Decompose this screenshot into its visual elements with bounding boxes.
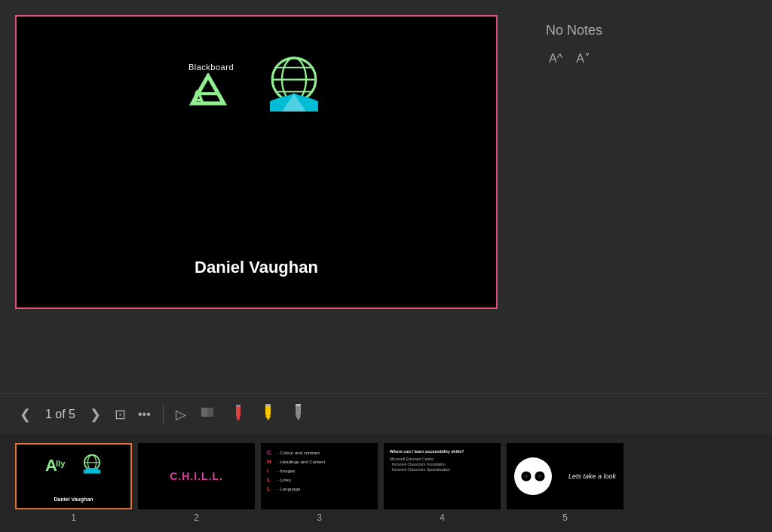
svg-rect-15 [265,404,271,406]
highlighter-icon [259,403,277,421]
thumb5-text: Lets take a look [568,472,616,480]
thumb3-text-c: - Colour and contrast [277,451,320,455]
thumb-number-4: 4 [440,512,445,523]
thumbnail-strip: A lly Daniel Vaughan 1 C.H.I. [0,434,772,532]
next-slide-button[interactable]: ❯ [85,403,106,426]
prev-slide-button[interactable]: ❮ [15,403,35,426]
thumb3-item-l2: L - Language [267,485,372,492]
thumb1-globe-icon [81,454,103,475]
thumb3-text-i: - Images [277,469,295,473]
thumb2-title: C.H.I.L.L. [170,470,223,482]
pen-tool-button[interactable] [225,400,250,428]
thumb-wrapper-1: A lly Daniel Vaughan 1 [15,443,132,523]
thumb3-text-l1: - Links [277,478,291,482]
toolbar: ❮ 1 of 5 ❯ ⊡ ••• ▷ [0,393,772,434]
main-area: Blackboard A [0,0,772,386]
thumb3-text-h: - Headings and Content [277,460,325,464]
pointer-tool-button[interactable]: ▷ [173,403,189,426]
blackboard-text: Blackboard [188,63,234,72]
thumb4-body: Microsoft Educator Centre · Inclusive Cl… [390,457,495,472]
more-options-button[interactable]: ••• [135,405,154,424]
ally-logo: Blackboard A [188,63,234,106]
svg-point-26 [525,475,528,478]
clear-icon [289,403,307,421]
clear-tool-button[interactable] [286,400,310,428]
svg-text:A: A [45,455,57,474]
eyes-icon [519,469,547,483]
globe-icon [264,54,324,115]
thumb-wrapper-2: C.H.I.L.L. 2 [138,443,255,523]
thumb3-letter-l2: L [267,485,274,492]
highlighter-tool-button[interactable] [256,400,280,428]
notes-title: No Notes [546,23,757,38]
slide-counter: 1 of 5 [41,408,79,421]
slide-presenter: Daniel Vaughan [195,258,318,277]
font-controls: A^ A˅ [546,50,757,67]
fit-slide-button[interactable]: ⊡ [112,403,129,426]
thumb1-ally-icon: A lly [45,455,75,474]
thumb3-item-i: I - Images [267,467,372,474]
slide-logos: Blackboard A [188,54,324,115]
svg-rect-9 [201,408,207,417]
thumb1-logos: A lly [45,454,103,475]
thumb3-letter-h: H [267,458,274,465]
svg-rect-12 [236,405,240,407]
toolbar-divider [163,404,164,425]
thumbnail-1[interactable]: A lly Daniel Vaughan [15,443,132,509]
thumb3-letter-l1: L [267,476,274,483]
thumb5-content: Lets take a look [508,445,622,508]
svg-marker-14 [265,416,271,420]
slide-viewer: Blackboard A [15,15,498,309]
slide-container: Blackboard A [15,15,531,386]
thumb1-presenter: Daniel Vaughan [54,497,93,502]
font-increase-button[interactable]: A^ [546,50,565,67]
font-decrease-button[interactable]: A˅ [573,50,593,67]
svg-text:lly: lly [56,458,66,467]
thumb2-content: C.H.I.L.L. [139,445,253,508]
thumb4-title: Where can I learn accessibility skills? [390,449,495,454]
thumb3-text-l2: - Language [277,487,300,491]
ally-wordmark-icon: A [188,73,228,106]
thumb-wrapper-3: C - Colour and contrast H - Headings and… [261,443,378,523]
thumbnail-3[interactable]: C - Colour and contrast H - Headings and… [261,443,378,509]
thumb-number-1: 1 [71,512,76,523]
pen-icon [228,403,247,421]
thumb-number-2: 2 [194,512,199,523]
thumb3-item-h: H - Headings and Content [267,458,372,465]
thumb3-content: C - Colour and contrast H - Headings and… [262,445,376,508]
eraser-tool-button[interactable] [195,400,219,428]
svg-text:A: A [191,87,206,106]
thumb3-item-c: C - Colour and contrast [267,449,372,456]
svg-rect-18 [296,404,301,406]
thumbnail-4[interactable]: Where can I learn accessibility skills? … [384,443,501,509]
thumb5-circle [514,457,552,495]
thumb-number-5: 5 [562,512,568,523]
thumb4-content: Where can I learn accessibility skills? … [385,445,499,508]
thumb3-letter-c: C [267,449,274,456]
thumb-wrapper-4: Where can I learn accessibility skills? … [384,443,501,523]
thumbnail-5[interactable]: Lets take a look [507,443,623,509]
thumb3-letter-i: I [267,467,274,474]
svg-marker-11 [236,417,240,421]
slide-content: Blackboard A [17,17,496,307]
thumb3-item-l1: L - Links [267,476,372,483]
svg-point-27 [538,475,542,478]
thumb-number-3: 3 [317,512,322,523]
notes-panel: No Notes A^ A˅ [546,15,757,386]
thumbnail-2[interactable]: C.H.I.L.L. [138,443,255,509]
thumb-wrapper-5: Lets take a look 5 [507,443,623,523]
eraser-icon [198,403,216,421]
thumb1-content: A lly Daniel Vaughan [17,445,130,508]
svg-marker-17 [296,416,301,420]
